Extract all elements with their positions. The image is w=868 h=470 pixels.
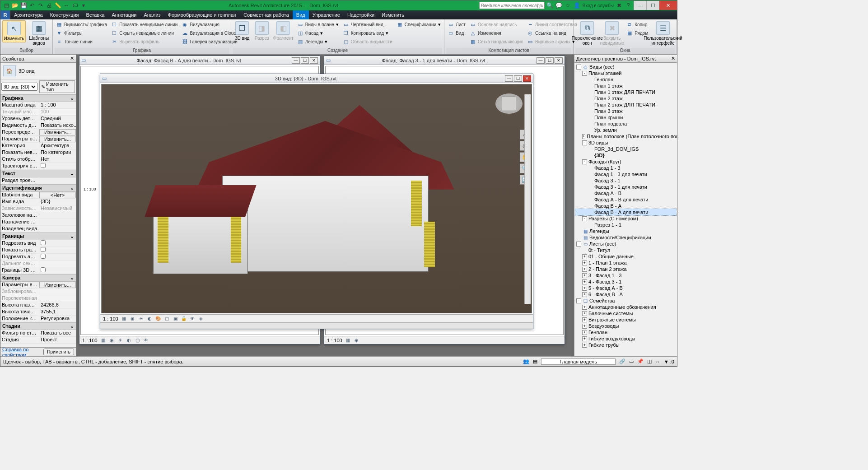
star-icon[interactable]: ☆ [565, 2, 572, 9]
tree-item[interactable]: Разрез 1 - 1 [575, 222, 676, 228]
tree-toggle-icon[interactable]: + [582, 292, 587, 297]
shadow-icon[interactable]: ◐ [147, 316, 153, 321]
tree-item[interactable]: План крыши [575, 114, 676, 121]
detail-icon[interactable]: ▦ [121, 316, 127, 321]
mdi-window-3d[interactable]: ▭ 3D вид: {3D} - Dom_IGS.rvt — ☐ ✕ [100, 74, 533, 329]
tree-item[interactable]: План 1 этаж ДЛЯ ПЕЧАТИ [575, 89, 676, 95]
edit-type-button[interactable]: ✎Изменить тип [39, 80, 75, 93]
sheet-button[interactable]: ▭Лист [446, 20, 467, 28]
tab-надстройки[interactable]: Надстройки [344, 10, 378, 19]
prop-value[interactable]: Показать исхо... [39, 122, 76, 129]
scale-display[interactable]: 1 : 100 [82, 338, 98, 343]
app-menu-icon[interactable]: ▤ [3, 2, 10, 9]
more-icon[interactable]: ▾ [80, 2, 87, 9]
maximize-button[interactable]: ☐ [546, 57, 554, 64]
prop-value[interactable]: Нет [39, 156, 76, 163]
legends-button[interactable]: ▤Легенды ▾ [296, 37, 340, 46]
tag-icon[interactable]: 🏷 [71, 2, 79, 9]
section-button[interactable]: ◨ Разрез [252, 20, 271, 42]
tree-item[interactable]: +2 - План 2 этажа [575, 266, 676, 272]
tab-формообразующие и генплан[interactable]: Формообразующие и генплан [164, 10, 240, 19]
select-face-icon[interactable]: ◫ [647, 358, 652, 364]
tree-toggle-icon[interactable]: + [582, 317, 587, 322]
maximize-button[interactable]: ☐ [301, 57, 309, 64]
style-icon[interactable]: ◉ [109, 337, 115, 343]
switch-windows-button[interactable]: ⧉ Переключение окон [575, 20, 599, 47]
prop-value[interactable] [39, 247, 76, 253]
tree-item[interactable]: -◎Виды (все) [575, 64, 676, 70]
mdi-title[interactable]: ▭ 3D вид: {3D} - Dom_IGS.rvt — ☐ ✕ [100, 74, 533, 83]
tab-вид[interactable]: Вид [293, 10, 309, 19]
hide-icon[interactable]: 👁 [143, 337, 149, 343]
modify-button[interactable]: ↖ Изменить [2, 20, 26, 42]
sun-icon[interactable]: ☀ [117, 337, 123, 343]
tree-toggle-icon[interactable]: + [582, 305, 587, 310]
tree-item[interactable]: План 3 этаж [575, 108, 676, 114]
undo-icon[interactable]: ↶ [28, 2, 36, 9]
tab-управление[interactable]: Управление [309, 10, 344, 19]
render-icon[interactable]: 🎨 [155, 316, 161, 321]
revisions-button[interactable]: △Изменения [468, 29, 524, 37]
prop-value[interactable] [39, 219, 76, 225]
prop-value[interactable] [39, 254, 76, 260]
fragment-button[interactable]: ◧ Фрагмент [272, 20, 294, 42]
prop-value[interactable] [39, 177, 76, 184]
sun-icon[interactable]: ☀ [138, 316, 144, 321]
dim-icon[interactable]: ↔ [63, 2, 70, 9]
scrollbar-horizontal[interactable] [100, 322, 533, 329]
tree-item[interactable]: Фасад 3 - 1 [575, 177, 676, 184]
3d-viewport[interactable]: ⌂ ◎ ✋ 🔍 🔄 [101, 84, 532, 313]
measure-icon[interactable]: 📏 [54, 2, 61, 9]
close-button[interactable]: ✕ [523, 75, 531, 82]
tree-toggle-icon[interactable]: + [582, 273, 587, 278]
close-hidden-button[interactable]: ✖ Закрыть невидимые [600, 20, 624, 47]
model-label[interactable]: Главная модель [541, 358, 616, 365]
prop-value[interactable]: Изменить... [39, 129, 76, 135]
tab-вставка[interactable]: Вставка [83, 10, 108, 19]
tab-анализ[interactable]: Анализ [140, 10, 164, 19]
prop-section[interactable]: Идентификация⌄ [0, 184, 76, 192]
style-icon[interactable]: ◉ [130, 316, 135, 321]
maximize-button[interactable]: ☐ [646, 1, 659, 10]
prop-value[interactable]: 24266,6 [39, 302, 76, 308]
prop-section[interactable]: Границы⌄ [0, 233, 76, 240]
tree-item[interactable]: +Витражные системы [575, 316, 676, 323]
tree-item[interactable]: Фасад 1 - 3 [575, 165, 676, 171]
open-icon[interactable]: 📂 [11, 2, 19, 9]
tab-аннотации[interactable]: Аннотации [108, 10, 140, 19]
prop-value[interactable] [39, 240, 76, 247]
mdi-title[interactable]: ▭ Фасад: Фасад 3 - 1 для печати - Dom_IG… [324, 56, 565, 65]
crop-icon[interactable]: ▢ [164, 316, 170, 321]
project-browser-tree[interactable]: -◎Виды (все)-Планы этажейГенпланПлан 1 э… [574, 63, 677, 356]
tree-toggle-icon[interactable]: + [582, 336, 587, 341]
tree-item[interactable]: План подвала [575, 121, 676, 127]
props-help-link[interactable]: Справка по свойствам [2, 347, 43, 358]
drag-icon[interactable]: ↔ [655, 359, 660, 364]
prop-value[interactable]: Регулировка [39, 316, 76, 322]
revit-logo-icon[interactable]: R [0, 10, 10, 19]
user-icon[interactable]: 👤 [574, 2, 581, 9]
prop-value[interactable] [39, 295, 76, 302]
tree-item[interactable]: +1 - План 1 этажа [575, 260, 676, 266]
minimize-button[interactable]: — [505, 75, 513, 82]
scale-display[interactable]: 1 : 100 [103, 316, 118, 321]
tree-item[interactable]: +5 - Фасад А - В [575, 285, 676, 291]
scrollbar-vertical[interactable] [524, 94, 531, 304]
select-links-icon[interactable]: 🔗 [619, 358, 625, 364]
tree-item[interactable]: +01 - Общие данные [575, 253, 676, 260]
prop-value[interactable]: <Нет> [39, 192, 76, 198]
tree-toggle-icon[interactable]: + [582, 254, 587, 259]
tree-item[interactable]: FOR_3d_DOM_IGS [575, 146, 676, 152]
tree-toggle-icon[interactable]: - [582, 159, 587, 164]
tree-toggle-icon[interactable]: + [582, 286, 587, 291]
drafting-view-button[interactable]: ▭Чертежный вид [341, 20, 394, 28]
search-icon[interactable]: 🔍 [546, 2, 554, 9]
tree-toggle-icon[interactable]: - [582, 140, 587, 145]
tree-toggle-icon[interactable]: + [582, 330, 587, 335]
tree-item[interactable]: -Планы этажей [575, 70, 676, 76]
comm-icon[interactable]: 💬 [555, 2, 563, 9]
tree-item[interactable]: Фасад 3 - 1 для печати [575, 184, 676, 190]
tree-item[interactable]: Ур. земли [575, 127, 676, 133]
unlock-icon[interactable]: 🔓 [181, 316, 187, 321]
tree-item[interactable]: +Балочные системы [575, 310, 676, 316]
